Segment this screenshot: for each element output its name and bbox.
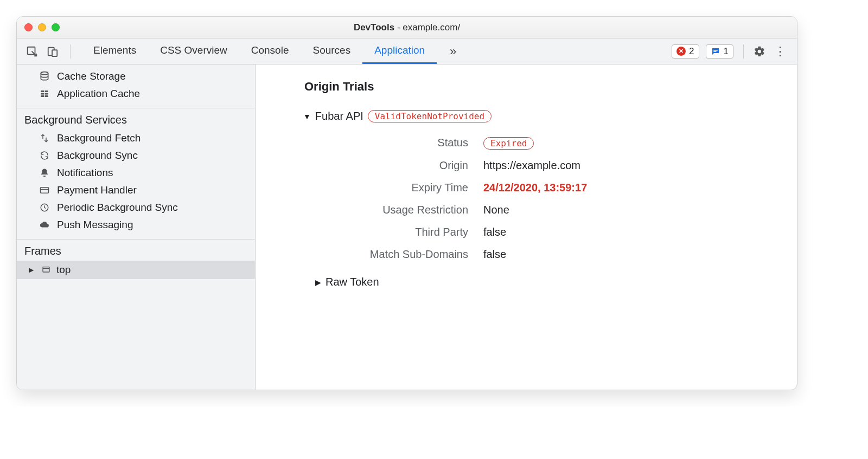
value-third-party: false [483, 226, 781, 238]
sidebar-item-label: Background Sync [57, 150, 138, 161]
label-match-subdomains: Match Sub-Domains [321, 248, 483, 261]
value-usage-restriction: None [483, 204, 781, 216]
expand-icon: ▶ [315, 278, 321, 287]
title-suffix: example.com/ [403, 22, 460, 33]
sidebar-item-label: Periodic Background Sync [57, 202, 178, 214]
zoom-window-button[interactable] [52, 23, 60, 31]
value-status: Expired [483, 137, 781, 150]
sidebar-item-payment-handler[interactable]: Payment Handler [17, 182, 255, 199]
separator [743, 44, 744, 59]
svg-point-5 [41, 72, 48, 75]
label-origin: Origin [321, 159, 483, 172]
tab-elements[interactable]: Elements [81, 38, 148, 64]
svg-rect-8 [41, 93, 44, 95]
sidebar: Cache Storage Application Cache Backgrou… [17, 64, 256, 390]
devtools-window: DevTools - example.com/ Elements CSS Ove… [16, 16, 797, 390]
settings-button[interactable] [754, 46, 765, 57]
sidebar-item-notifications[interactable]: Notifications [17, 164, 255, 182]
label-expiry: Expiry Time [321, 182, 483, 194]
bell-icon [39, 168, 50, 178]
value-origin: https://example.com [483, 159, 781, 172]
grid-icon [39, 89, 50, 99]
svg-rect-9 [45, 93, 48, 95]
card-icon [39, 185, 50, 195]
trial-name: Fubar API [315, 110, 363, 122]
window-controls [24, 23, 60, 31]
more-options-button[interactable]: ⋮ [772, 44, 788, 59]
value-match-subdomains: false [483, 248, 781, 261]
error-icon [676, 47, 686, 56]
toolbar: Elements CSS Overview Console Sources Ap… [17, 38, 797, 64]
sidebar-item-label: Background Fetch [57, 132, 141, 144]
sidebar-section-background-services: Background Services [17, 108, 255, 130]
fetch-icon [39, 133, 50, 143]
sidebar-item-background-fetch[interactable]: Background Fetch [17, 130, 255, 147]
device-toggle-icon[interactable] [46, 45, 59, 58]
svg-rect-4 [713, 51, 716, 52]
trial-header[interactable]: ▼ Fubar API ValidTokenNotProvided [303, 110, 781, 122]
sidebar-item-label: Payment Handler [57, 184, 137, 196]
sidebar-item-label: Application Cache [57, 88, 140, 100]
main-panel: Origin Trials ▼ Fubar API ValidTokenNotP… [256, 64, 797, 390]
tab-console[interactable]: Console [239, 38, 301, 64]
titlebar: DevTools - example.com/ [17, 17, 797, 38]
title-prefix: DevTools [354, 22, 394, 33]
svg-rect-15 [43, 267, 49, 272]
svg-rect-2 [52, 50, 57, 56]
errors-badge[interactable]: 2 [672, 44, 699, 59]
status-expired-badge: Expired [483, 137, 534, 150]
sidebar-item-label: Cache Storage [57, 70, 126, 82]
sidebar-item-push-messaging[interactable]: Push Messaging [17, 216, 255, 234]
svg-rect-3 [713, 50, 718, 51]
sidebar-item-label: Push Messaging [57, 219, 133, 231]
sidebar-item-label: Notifications [57, 167, 113, 179]
messages-badge[interactable]: 1 [706, 44, 733, 59]
page-heading: Origin Trials [304, 80, 781, 94]
clock-icon [39, 203, 50, 212]
svg-rect-6 [41, 90, 44, 92]
svg-rect-12 [41, 188, 49, 193]
error-count: 2 [689, 46, 694, 57]
separator [70, 44, 71, 59]
tab-sources[interactable]: Sources [301, 38, 362, 64]
sidebar-item-periodic-background-sync[interactable]: Periodic Background Sync [17, 199, 255, 216]
collapse-icon: ▼ [303, 112, 311, 121]
svg-rect-10 [41, 95, 44, 97]
message-icon [711, 47, 720, 56]
trial-status-badge: ValidTokenNotProvided [368, 110, 492, 122]
database-icon [39, 71, 50, 82]
window-title: DevTools - example.com/ [17, 22, 797, 33]
tab-application[interactable]: Application [362, 38, 437, 64]
message-count: 1 [724, 46, 729, 57]
frame-label: top [56, 264, 71, 276]
tab-css-overview[interactable]: CSS Overview [148, 38, 239, 64]
trial-details: Status Expired Origin https://example.co… [321, 137, 781, 261]
label-usage-restriction: Usage Restriction [321, 204, 483, 216]
cloud-icon [39, 220, 50, 230]
svg-rect-7 [45, 90, 48, 92]
svg-rect-11 [45, 95, 48, 97]
sidebar-item-background-sync[interactable]: Background Sync [17, 147, 255, 164]
panel-body: Cache Storage Application Cache Backgrou… [17, 64, 797, 390]
sidebar-section-frames: Frames [17, 239, 255, 261]
expand-icon: ▶ [29, 266, 34, 274]
sync-icon [39, 151, 50, 160]
sidebar-item-cache-storage[interactable]: Cache Storage [17, 68, 255, 85]
close-window-button[interactable] [24, 23, 33, 31]
frame-top[interactable]: ▶ top [17, 261, 255, 279]
minimize-window-button[interactable] [38, 23, 46, 31]
window-icon [40, 266, 52, 274]
sidebar-item-application-cache[interactable]: Application Cache [17, 85, 255, 102]
inspect-icon[interactable] [25, 45, 39, 58]
more-tabs-button[interactable]: » [444, 44, 462, 59]
raw-token-label: Raw Token [326, 276, 379, 288]
label-third-party: Third Party [321, 226, 483, 238]
value-expiry: 24/12/2020, 13:59:17 [483, 182, 781, 194]
raw-token-toggle[interactable]: ▶ Raw Token [315, 276, 781, 288]
toolbar-right: 2 1 ⋮ [672, 44, 788, 59]
panel-tabs: Elements CSS Overview Console Sources Ap… [81, 38, 437, 64]
label-status: Status [321, 137, 483, 150]
